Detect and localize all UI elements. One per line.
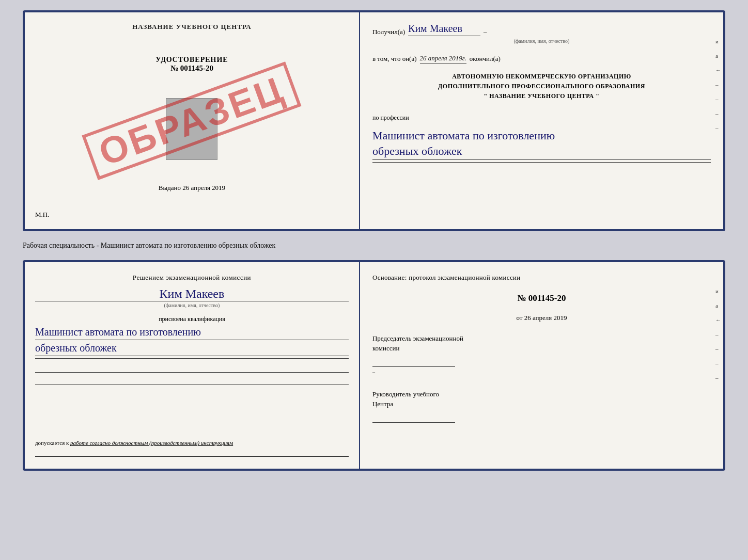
rukovoditel-label2: Центра: [372, 399, 711, 409]
dopuskaetsya-text: работе согласно должностным (производств…: [70, 440, 233, 446]
bottom-document: Решением экзаменационной комиссии Ким Ма…: [23, 260, 725, 471]
top-doc-left: НАЗВАНИЕ УЧЕБНОГО ЦЕНТРА УДОСТОВЕРЕНИЕ №…: [25, 12, 360, 229]
mp-line: М.П.: [35, 211, 49, 219]
blank-line-2: [35, 376, 349, 385]
professiya-label: по профессии: [372, 114, 711, 122]
org-line3: " НАЗВАНИЕ УЧЕБНОГО ЦЕНТРА ": [372, 91, 711, 101]
prisvoena-label: присвоена квалификация: [35, 315, 349, 323]
profession-block: Машинист автомата по изготовлению обрезн…: [372, 128, 711, 163]
udostoverenie-block: УДОСТОВЕРЕНИЕ № 001145-20: [155, 56, 228, 73]
bottom-profession-block: Машинист автомата по изготовлению обрезн…: [35, 324, 349, 359]
rukovoditel-sig-line: [372, 412, 455, 423]
vtom-row: в том, что он(а) 26 апреля 2019г. окончи…: [372, 54, 711, 63]
osnov-text: Основание: протокол экзаменационной коми…: [372, 273, 711, 283]
fio-subtitle: (фамилия, имя, отчество): [372, 38, 711, 44]
chairman-dash: –: [372, 368, 711, 376]
vtom-prefix: в том, что он(а): [372, 55, 417, 63]
chairman-label2: комиссии: [372, 343, 711, 354]
dash1: –: [484, 28, 487, 36]
completed-date: 26 апреля 2019г.: [420, 54, 466, 63]
bottom-profession-line1: Машинист автомата по изготовлению: [35, 324, 349, 340]
ot-prefix: от: [516, 314, 522, 322]
photo-placeholder: [166, 98, 217, 160]
profession-line1: Машинист автомата по изготовлению: [372, 129, 555, 142]
top-left-title: НАЗВАНИЕ УЧЕБНОГО ЦЕНТРА: [132, 23, 252, 31]
rukovoditel-block: Руководитель учебного Центра: [372, 389, 711, 423]
org-line2: ДОПОЛНИТЕЛЬНОГО ПРОФЕССИОНАЛЬНОГО ОБРАЗО…: [372, 82, 711, 91]
dopuskaetsya-block: допускается к работе согласно должностны…: [35, 436, 349, 446]
chairman-label1: Председатель экзаменационной: [372, 333, 711, 344]
bottom-doc-left: Решением экзаменационной комиссии Ким Ма…: [25, 262, 360, 469]
profession-line2: обрезных обложек: [372, 143, 711, 160]
org-line1: АВТОНОМНУЮ НЕКОММЕРЧЕСКУЮ ОРГАНИЗАЦИЮ: [372, 72, 711, 82]
blank-line-1: [35, 363, 349, 373]
bottom-fio-sub: (фамилия, имя, отчество): [35, 301, 349, 308]
bottom-profession-line2: обрезных обложек: [35, 340, 349, 356]
udostoverenie-label: УДОСТОВЕРЕНИЕ: [155, 56, 228, 64]
rukovoditel-label1: Руководитель учебного: [372, 389, 711, 399]
vydano-line: Выдано 26 апреля 2019: [159, 184, 225, 192]
poluchil-label: Получил(а): [372, 28, 405, 36]
ot-date: 26 апреля 2019: [524, 314, 567, 322]
blank-line-3: [35, 447, 349, 457]
poluchil-row: Получил(а) Ким Макеев –: [372, 23, 711, 36]
dopuskaetsya-prefix: допускается к: [35, 440, 69, 446]
ot-date-row: от 26 апреля 2019: [372, 314, 711, 322]
top-doc-right: Получил(а) Ким Макеев – (фамилия, имя, о…: [360, 12, 723, 229]
org-block: АВТОНОМНУЮ НЕКОММЕРЧЕСКУЮ ОРГАНИЗАЦИЮ ДО…: [372, 72, 711, 102]
side-marks-top: и а ← – – – –: [715, 38, 721, 131]
caption-line: Рабочая специальность - Машинист автомат…: [23, 239, 725, 252]
commission-line1: Решением экзаменационной комиссии: [133, 274, 251, 281]
udostoverenie-number: № 001145-20: [155, 64, 228, 73]
bottom-recipient-name: Ким Макеев: [35, 287, 349, 301]
side-marks-bottom: и а ← – – – –: [715, 288, 721, 381]
commission-text: Решением экзаменационной комиссии: [35, 273, 349, 283]
bottom-doc-right: Основание: протокол экзаменационной коми…: [360, 262, 723, 469]
chairman-sig-line: [372, 357, 455, 367]
top-document: НАЗВАНИЕ УЧЕБНОГО ЦЕНТРА УДОСТОВЕРЕНИЕ №…: [23, 10, 725, 231]
bottom-name-block: Ким Макеев (фамилия, имя, отчество): [35, 287, 349, 308]
vydano-label: Выдано: [159, 184, 181, 191]
vydano-date: 26 апреля 2019: [182, 184, 225, 191]
recipient-name: Ким Макеев: [408, 23, 480, 36]
bottom-number: № 001145-20: [372, 293, 711, 303]
okoncil-label: окончил(а): [470, 55, 501, 63]
chairman-block: Председатель экзаменационной комиссии –: [372, 333, 711, 376]
